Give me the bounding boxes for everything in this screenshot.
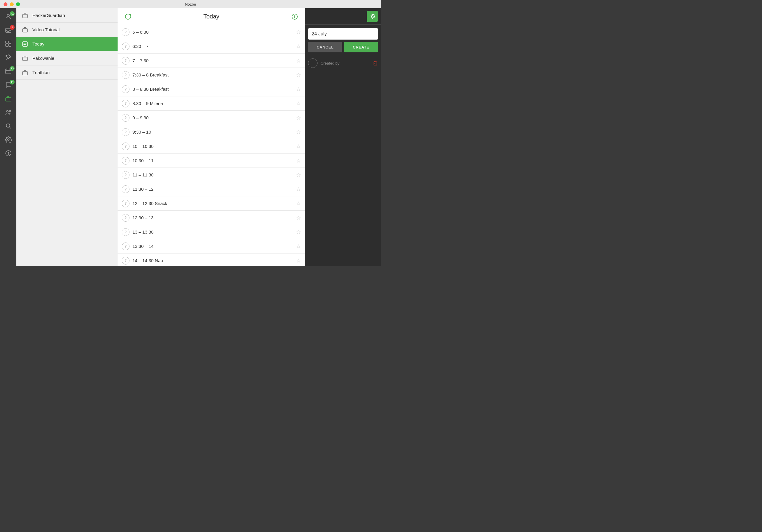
task-row[interactable]: ? 7 – 7:30 ☆	[117, 53, 305, 68]
task-row[interactable]: ? 6:30 – 7 ☆	[117, 39, 305, 53]
task-star-1[interactable]: ☆	[296, 43, 301, 50]
pin-icon	[5, 54, 12, 62]
sidebar-item-search[interactable]	[0, 120, 16, 133]
cancel-button[interactable]: CANCEL	[308, 42, 342, 52]
task-star-11[interactable]: ☆	[296, 186, 301, 192]
task-checkbox-11[interactable]: ?	[122, 185, 129, 193]
create-button[interactable]: CREATE	[344, 42, 378, 52]
task-star-7[interactable]: ☆	[296, 129, 301, 135]
task-star-5[interactable]: ☆	[296, 100, 301, 107]
chat-badge: 41	[10, 80, 15, 85]
task-star-9[interactable]: ☆	[296, 158, 301, 164]
task-checkbox-6[interactable]: ?	[122, 114, 129, 122]
project-item-pakowanie[interactable]: Pakowanie	[16, 51, 117, 65]
task-checkbox-13[interactable]: ?	[122, 214, 129, 222]
calendar-badge: 23	[10, 66, 15, 71]
task-row[interactable]: ? 11 – 11:30 ☆	[117, 168, 305, 182]
gear-button[interactable]	[367, 11, 378, 22]
task-row[interactable]: ? 8:30 – 9 Milena ☆	[117, 97, 305, 111]
maximize-button[interactable]	[16, 2, 20, 6]
project-name-hackguardian: HackerGuardian	[33, 13, 65, 18]
task-row[interactable]: ? 10:30 – 11 ☆	[117, 154, 305, 168]
task-star-16[interactable]: ☆	[296, 257, 301, 264]
task-row[interactable]: ? 10 – 10:30 ☆	[117, 139, 305, 154]
task-star-6[interactable]: ☆	[296, 114, 301, 121]
info-button[interactable]	[290, 13, 299, 20]
sidebar-item-inbox[interactable]: 1	[0, 24, 16, 37]
task-star-8[interactable]: ☆	[296, 143, 301, 150]
task-row[interactable]: ? 6 – 6:30 ☆	[117, 25, 305, 39]
task-row[interactable]: ? 12:30 – 13 ☆	[117, 211, 305, 225]
settings-icon	[5, 136, 12, 144]
task-checkbox-14[interactable]: ?	[122, 228, 129, 236]
sidebar-item-help[interactable]	[0, 147, 16, 161]
task-star-13[interactable]: ☆	[296, 215, 301, 221]
task-star-2[interactable]: ☆	[296, 57, 301, 64]
sidebar-item-settings[interactable]	[0, 133, 16, 147]
task-row[interactable]: ? 7:30 – 8 Breakfast ☆	[117, 68, 305, 82]
close-button[interactable]	[4, 2, 7, 6]
task-star-15[interactable]: ☆	[296, 243, 301, 250]
project-item-triathlon[interactable]: Triathlon	[16, 65, 117, 80]
sidebar-item-calendar[interactable]: 23	[0, 65, 16, 79]
task-row[interactable]: ? 9 – 9:30 ☆	[117, 111, 305, 125]
task-star-3[interactable]: ☆	[296, 72, 301, 78]
refresh-button[interactable]	[123, 13, 132, 20]
task-name-10: 11 – 11:30	[132, 172, 293, 177]
svg-rect-19	[23, 14, 28, 18]
sidebar-item-avatar[interactable]: 41	[0, 10, 16, 24]
project-icon-pakowanie	[21, 54, 29, 62]
task-star-0[interactable]: ☆	[296, 29, 301, 35]
task-checkbox-10[interactable]: ?	[122, 171, 129, 179]
svg-point-14	[6, 124, 10, 127]
delete-button[interactable]	[373, 60, 378, 66]
task-row[interactable]: ? 8 – 8:30 Breakfast ☆	[117, 82, 305, 97]
task-checkbox-0[interactable]: ?	[122, 28, 129, 36]
task-checkbox-2[interactable]: ?	[122, 57, 129, 65]
task-checkbox-16[interactable]: ?	[122, 257, 129, 265]
task-star-10[interactable]: ☆	[296, 172, 301, 178]
svg-point-0	[7, 14, 10, 17]
svg-point-16	[7, 139, 9, 140]
svg-rect-25	[23, 71, 28, 75]
sidebar-item-pin[interactable]	[0, 51, 16, 65]
task-name-8: 10 – 10:30	[132, 144, 293, 149]
sidebar-item-chat[interactable]: 41	[0, 79, 16, 92]
task-row[interactable]: ? 13:30 – 14 ☆	[117, 239, 305, 253]
minimize-button[interactable]	[10, 2, 14, 6]
task-row[interactable]: ? 14 – 14:30 Nap ☆	[117, 253, 305, 266]
task-checkbox-3[interactable]: ?	[122, 71, 129, 79]
task-row[interactable]: ? 9:30 – 10 ☆	[117, 125, 305, 139]
task-checkbox-9[interactable]: ?	[122, 157, 129, 165]
help-icon	[5, 150, 12, 158]
svg-rect-30	[374, 62, 377, 65]
task-checkbox-12[interactable]: ?	[122, 200, 129, 207]
svg-rect-22	[24, 43, 27, 43]
search-icon	[5, 123, 12, 131]
project-item-today[interactable]: Today	[16, 37, 117, 51]
task-name-4: 8 – 8:30 Breakfast	[132, 87, 293, 92]
task-row[interactable]: ? 12 – 12:30 Snack ☆	[117, 196, 305, 211]
task-name-1: 6:30 – 7	[132, 44, 293, 49]
briefcase-icon	[5, 95, 12, 103]
task-checkbox-5[interactable]: ?	[122, 100, 129, 107]
task-star-12[interactable]: ☆	[296, 200, 301, 207]
project-item-hackguardian[interactable]: HackerGuardian	[16, 8, 117, 23]
project-name-pakowanie: Pakowanie	[33, 56, 54, 61]
task-star-4[interactable]: ☆	[296, 86, 301, 93]
task-checkbox-1[interactable]: ?	[122, 42, 129, 50]
task-checkbox-4[interactable]: ?	[122, 85, 129, 93]
project-name-input[interactable]	[308, 28, 378, 39]
project-item-videotutorial[interactable]: Video Tutorial	[16, 23, 117, 37]
svg-rect-24	[23, 57, 28, 61]
sidebar-item-briefcase[interactable]	[0, 92, 16, 106]
window-controls[interactable]	[4, 2, 20, 6]
sidebar-item-team[interactable]	[0, 106, 16, 120]
task-row[interactable]: ? 11:30 – 12 ☆	[117, 182, 305, 196]
task-checkbox-15[interactable]: ?	[122, 242, 129, 250]
sidebar-item-grid[interactable]	[0, 37, 16, 51]
task-row[interactable]: ? 13 – 13:30 ☆	[117, 225, 305, 239]
task-checkbox-7[interactable]: ?	[122, 128, 129, 136]
task-checkbox-8[interactable]: ?	[122, 143, 129, 150]
task-star-14[interactable]: ☆	[296, 229, 301, 235]
